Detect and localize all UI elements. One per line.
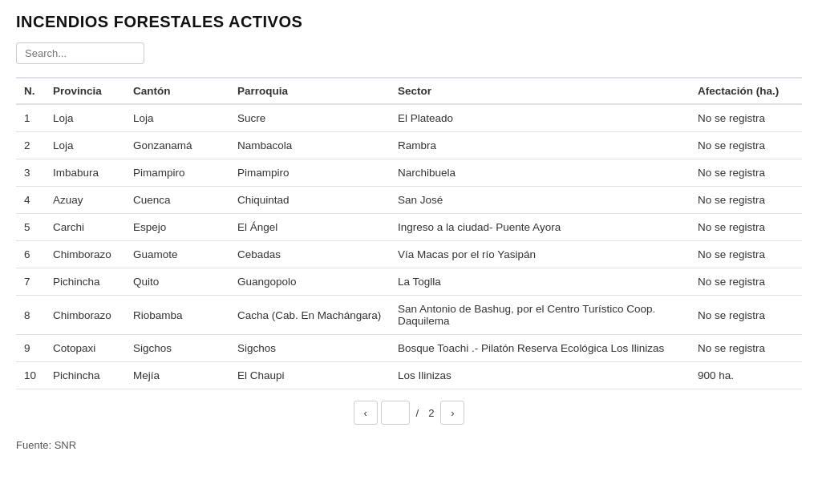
cell-sector: Los Ilinizas [390,362,690,389]
cell-n: 9 [16,335,45,362]
cell-canton: Cuenca [125,187,229,214]
cell-parroquia: Sigchos [229,335,390,362]
table-row: 8ChimborazoRiobambaCacha (Cab. En Machán… [16,296,802,335]
cell-canton: Riobamba [125,296,229,335]
table-row: 4AzuayCuencaChiquintadSan JoséNo se regi… [16,187,802,214]
page-separator: / [413,407,423,419]
table-row: 2LojaGonzanamáNambacolaRambraNo se regis… [16,132,802,159]
cell-canton: Gonzanamá [125,132,229,159]
table-row: 3ImbaburaPimampiroPimampiroNarchibuelaNo… [16,159,802,187]
cell-sector: Rambra [390,132,690,159]
page-title: INCENDIOS FORESTALES ACTIVOS [16,13,802,31]
table-header-row: N. Provincia Cantón Parroquia Sector Afe… [16,78,802,104]
table-row: 1LojaLojaSucreEl PlateadoNo se registra [16,104,802,132]
cell-provincia: Azuay [45,187,125,214]
search-input[interactable] [16,42,144,64]
data-table: N. Provincia Cantón Parroquia Sector Afe… [16,77,802,389]
cell-n: 3 [16,159,45,187]
cell-canton: Loja [125,104,229,132]
total-pages: 2 [425,407,437,419]
cell-n: 8 [16,296,45,335]
prev-page-button[interactable]: ‹ [354,401,378,425]
cell-provincia: Carchi [45,214,125,241]
cell-n: 1 [16,104,45,132]
cell-afectacion: No se registra [690,159,802,187]
search-container [16,42,802,64]
cell-provincia: Pichincha [45,268,125,296]
cell-parroquia: Cacha (Cab. En Machángara) [229,296,390,335]
cell-afectacion: No se registra [690,132,802,159]
cell-parroquia: Nambacola [229,132,390,159]
cell-n: 7 [16,268,45,296]
cell-afectacion: No se registra [690,104,802,132]
cell-afectacion: No se registra [690,187,802,214]
cell-sector: San Antonio de Bashug, por el Centro Tur… [390,296,690,335]
table-row: 9CotopaxiSigchosSigchosBosque Toachi .- … [16,335,802,362]
col-header-parroquia: Parroquia [229,78,390,104]
cell-provincia: Loja [45,104,125,132]
cell-afectacion: No se registra [690,335,802,362]
cell-n: 6 [16,241,45,268]
cell-afectacion: No se registra [690,268,802,296]
cell-parroquia: Chiquintad [229,187,390,214]
cell-parroquia: Pimampiro [229,159,390,187]
cell-canton: Mejía [125,362,229,389]
page-number-input[interactable]: 1 [381,401,410,425]
cell-provincia: Chimborazo [45,296,125,335]
cell-provincia: Imbabura [45,159,125,187]
cell-parroquia: Sucre [229,104,390,132]
cell-afectacion: 900 ha. [690,362,802,389]
cell-sector: Bosque Toachi .- Pilatón Reserva Ecológi… [390,335,690,362]
col-header-n: N. [16,78,45,104]
cell-canton: Quito [125,268,229,296]
cell-afectacion: No se registra [690,241,802,268]
table-row: 7PichinchaQuitoGuangopoloLa TogllaNo se … [16,268,802,296]
cell-sector: Narchibuela [390,159,690,187]
cell-n: 4 [16,187,45,214]
col-header-provincia: Provincia [45,78,125,104]
cell-provincia: Chimborazo [45,241,125,268]
cell-canton: Espejo [125,214,229,241]
table-row: 5CarchiEspejoEl ÁngelIngreso a la ciudad… [16,214,802,241]
cell-afectacion: No se registra [690,214,802,241]
cell-sector: Ingreso a la ciudad- Puente Ayora [390,214,690,241]
cell-provincia: Loja [45,132,125,159]
cell-n: 2 [16,132,45,159]
cell-provincia: Cotopaxi [45,335,125,362]
cell-sector: Vía Macas por el río Yasipán [390,241,690,268]
cell-n: 5 [16,214,45,241]
pagination: ‹ 1 / 2 › [16,401,802,425]
col-header-afectacion: Afectación (ha.) [690,78,802,104]
cell-afectacion: No se registra [690,296,802,335]
col-header-sector: Sector [390,78,690,104]
cell-sector: San José [390,187,690,214]
cell-canton: Sigchos [125,335,229,362]
source-label: Fuente: SNR [16,439,802,451]
cell-n: 10 [16,362,45,389]
cell-parroquia: El Chaupi [229,362,390,389]
cell-canton: Pimampiro [125,159,229,187]
cell-sector: La Toglla [390,268,690,296]
table-row: 6ChimborazoGuamoteCebadasVía Macas por e… [16,241,802,268]
next-page-button[interactable]: › [440,401,464,425]
cell-canton: Guamote [125,241,229,268]
cell-provincia: Pichincha [45,362,125,389]
cell-parroquia: Guangopolo [229,268,390,296]
col-header-canton: Cantón [125,78,229,104]
cell-parroquia: Cebadas [229,241,390,268]
table-row: 10PichinchaMejíaEl ChaupiLos Ilinizas900… [16,362,802,389]
cell-parroquia: El Ángel [229,214,390,241]
cell-sector: El Plateado [390,104,690,132]
